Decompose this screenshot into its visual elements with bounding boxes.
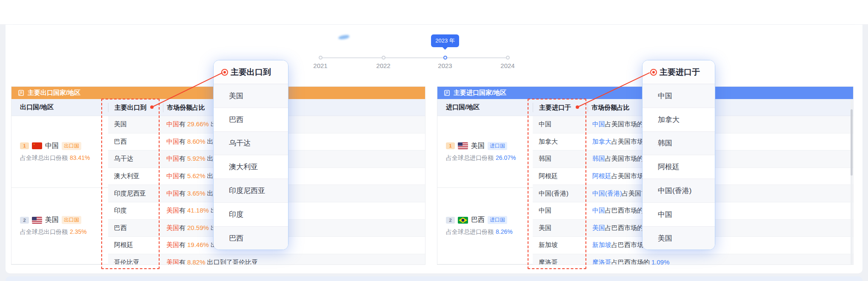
exporter-name: 中国 bbox=[166, 172, 179, 179]
export-popup-list: 美国 巴西 乌干达 澳大利亚 印度尼西亚 印度 巴西 bbox=[214, 84, 288, 250]
market-share-cell: 摩洛哥占巴西市场的1.09% bbox=[589, 258, 853, 265]
popup-list-item[interactable]: 阿根廷 bbox=[642, 155, 715, 179]
rank-badge: 1 bbox=[20, 142, 29, 149]
country-name: 中国 bbox=[45, 142, 59, 150]
col-export-to: 主要出口到 bbox=[108, 103, 163, 112]
import-table-scrollbar-thumb[interactable] bbox=[851, 109, 853, 176]
exporter-name: 美国 bbox=[166, 241, 179, 248]
annotation-dot-import bbox=[576, 105, 579, 109]
exporter-name: 美国 bbox=[166, 258, 179, 265]
export-group-usa[interactable]: 2 美国 出口国 占全球总出口份额2.35% bbox=[11, 188, 108, 264]
import-group-brazil[interactable]: 2 巴西 进口国 占全球总进口份额8.26% bbox=[437, 188, 533, 264]
import-from-popup: 主要进口于 中国 加拿大 韩国 阿根廷 中国(香港) 中国 美国 bbox=[642, 60, 715, 250]
china-flag-icon bbox=[32, 142, 42, 149]
year-slider-track[interactable] bbox=[320, 57, 508, 58]
export-to-popup: 主要出口到 美国 巴西 乌干达 澳大利亚 印度尼西亚 印度 巴西 bbox=[213, 60, 288, 250]
destination-cell: 哥伦比亚 bbox=[108, 258, 163, 265]
export-group-china[interactable]: 1 中国 出口国 占全球总出口份额83.41% bbox=[11, 116, 108, 188]
destination-cell: 阿根廷 bbox=[108, 241, 163, 249]
popup-list-item[interactable]: 印度尼西亚 bbox=[214, 179, 288, 203]
source-name: 美国 bbox=[592, 224, 605, 231]
source-cell: 中国(香港) bbox=[533, 190, 589, 198]
slider-tick-2024[interactable] bbox=[506, 56, 510, 60]
popup-list-item[interactable]: 加拿大 bbox=[642, 108, 715, 132]
exporter-name: 中国 bbox=[166, 120, 179, 128]
share-percent: 1.09% bbox=[651, 258, 670, 265]
source-cell: 新加坡 bbox=[533, 241, 589, 249]
year-label-2023[interactable]: 2023 bbox=[432, 62, 458, 69]
import-popup-header: 主要进口于 bbox=[642, 60, 715, 84]
source-name: 摩洛哥 bbox=[592, 258, 611, 265]
share-percent: 19.46% bbox=[187, 241, 209, 248]
market-share-cell: 中国有5.62%出口到了澳大利亚 bbox=[163, 172, 425, 180]
popup-list-item[interactable]: 澳大利亚 bbox=[214, 155, 288, 179]
source-cell: 阿根廷 bbox=[533, 172, 589, 180]
destination-cell: 巴西 bbox=[108, 138, 163, 146]
exporter-name: 中国 bbox=[166, 138, 179, 145]
popup-list-item[interactable]: 中国(香港) bbox=[642, 179, 715, 203]
exporter-tag: 出口国 bbox=[62, 216, 81, 224]
slider-tick-2023[interactable] bbox=[443, 56, 447, 60]
col-market-share: 市场份额占比 bbox=[163, 103, 425, 112]
popup-list-item[interactable]: 乌干达 bbox=[214, 132, 288, 156]
popup-list-item[interactable]: 韩国 bbox=[642, 132, 715, 156]
exporter-tag: 出口国 bbox=[62, 142, 81, 150]
year-label-2021[interactable]: 2021 bbox=[308, 62, 333, 69]
popup-list-item[interactable]: 巴西 bbox=[214, 227, 288, 250]
target-icon bbox=[650, 69, 657, 76]
exporter-name: 美国 bbox=[166, 207, 179, 214]
table-doc-icon bbox=[444, 90, 450, 96]
market-share-cell: 中国占巴西市场的 bbox=[589, 207, 853, 215]
share-percent: 5.62% bbox=[187, 172, 206, 179]
popup-list-item[interactable]: 中国 bbox=[642, 84, 715, 108]
import-table-title: 主要进口国家/地区 bbox=[454, 89, 506, 97]
market-share-cell: 加拿大占美国市场的 bbox=[589, 138, 853, 146]
import-table-row[interactable]: 摩洛哥 摩洛哥占巴西市场的1.09% bbox=[533, 254, 853, 265]
popup-list-item[interactable]: 印度 bbox=[214, 203, 288, 227]
destination-cell: 乌干达 bbox=[108, 155, 163, 163]
country-name: 美国 bbox=[471, 142, 485, 150]
share-percent: 3.65% bbox=[187, 190, 206, 197]
popup-list-item[interactable]: 美国 bbox=[642, 227, 715, 250]
source-cell: 中国 bbox=[533, 120, 589, 128]
source-name: 中国(香港) bbox=[592, 190, 622, 197]
popup-list-item[interactable]: 中国 bbox=[642, 203, 715, 227]
share-percent: 26.07% bbox=[496, 154, 516, 161]
source-name: 韩国 bbox=[592, 155, 605, 162]
import-group-usa[interactable]: 1 美国 进口国 占全球总进口份额26.07% bbox=[437, 116, 533, 188]
year-label-2024[interactable]: 2024 bbox=[495, 62, 520, 69]
brazil-flag-icon bbox=[458, 217, 468, 224]
source-name: 加拿大 bbox=[592, 138, 611, 145]
usa-flag-icon bbox=[32, 217, 42, 224]
page-header bbox=[0, 0, 868, 24]
destination-cell: 印度尼西亚 bbox=[108, 190, 163, 198]
market-share-cell: 中国占美国市场的 bbox=[589, 120, 853, 128]
year-label-2022[interactable]: 2022 bbox=[371, 62, 396, 69]
export-group-column: 1 中国 出口国 占全球总出口份额83.41% 2 美国 bbox=[11, 116, 108, 264]
popup-list-item[interactable]: 巴西 bbox=[214, 108, 288, 132]
importer-tag: 进口国 bbox=[488, 142, 507, 150]
market-share-cell: 美国有41.18%出口到了印度 bbox=[163, 207, 425, 215]
share-percent: 29.66% bbox=[187, 120, 209, 128]
rank-badge: 2 bbox=[20, 217, 29, 224]
market-share-cell: 美国有20.59%出口到了巴西 bbox=[163, 224, 425, 232]
source-cell: 摩洛哥 bbox=[533, 258, 589, 265]
source-name: 中国 bbox=[592, 120, 605, 128]
share-percent: 8.82% bbox=[187, 258, 206, 265]
slider-tick-2022[interactable] bbox=[382, 56, 385, 60]
col-importer: 进口国/地区 bbox=[437, 103, 533, 111]
destination-cell: 印度 bbox=[108, 207, 163, 215]
export-table-row[interactable]: 哥伦比亚 美国有8.82%出口到了哥伦比亚 bbox=[108, 254, 425, 265]
popup-list-item[interactable]: 美国 bbox=[214, 84, 288, 108]
destination-cell: 巴西 bbox=[108, 224, 163, 232]
market-share-cell: 中国(香港)占美国市场的 bbox=[589, 190, 853, 198]
slider-tick-2021[interactable] bbox=[319, 56, 323, 60]
table-doc-icon bbox=[18, 90, 24, 96]
source-name: 阿根廷 bbox=[592, 172, 611, 179]
source-cell: 加拿大 bbox=[533, 138, 589, 146]
global-share-line: 占全球总出口份额2.35% bbox=[20, 228, 108, 236]
market-share-cell: 美国有8.82%出口到了哥伦比亚 bbox=[163, 258, 425, 265]
col-market-share: 市场份额占比 bbox=[588, 103, 853, 112]
importer-tag: 进口国 bbox=[488, 216, 507, 224]
source-cell: 美国 bbox=[533, 224, 589, 232]
